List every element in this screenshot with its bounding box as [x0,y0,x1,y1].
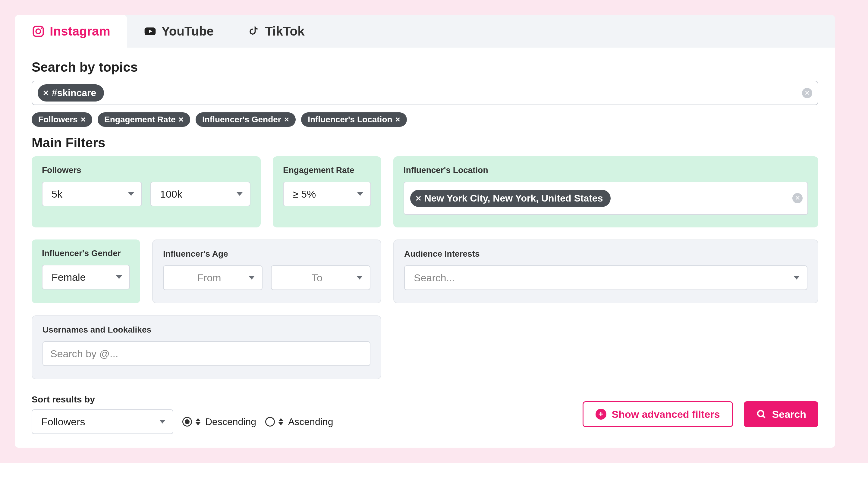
topic-chip[interactable]: × #skincare [38,84,104,101]
remove-filter-icon[interactable]: × [81,115,86,124]
followers-to-select[interactable]: 100k [150,182,250,206]
radio-label: Ascending [288,416,333,427]
sort-field-select[interactable]: Followers [32,410,173,434]
caret-down-icon [116,275,122,279]
input-placeholder: Search by @... [50,348,118,360]
clear-topics-icon[interactable]: ✕ [802,88,812,98]
select-value: Female [52,271,86,283]
chip-label: Influencer's Gender [202,115,281,124]
action-buttons: + Show advanced filters Search [583,401,818,427]
filter-label: Influencer's Gender [42,249,130,258]
tab-youtube[interactable]: YouTube [127,15,230,47]
svg-line-6 [763,416,765,418]
sort-icon [278,418,283,425]
applied-filter-engagement[interactable]: Engagement Rate × [98,112,190,127]
filters-row-3: Usernames and Lookalikes Search by @... [32,315,818,379]
filter-followers: Followers 5k 100k [32,156,261,227]
radio-label: Descending [205,416,256,427]
tab-tiktok[interactable]: TikTok [230,15,321,47]
remove-filter-icon[interactable]: × [396,115,400,124]
applied-filter-location[interactable]: Influencer's Location × [301,112,407,127]
chip-label: Influencer's Location [308,115,392,124]
filter-label: Audience Interests [404,249,807,259]
filter-engagement: Engagement Rate ≥ 5% [273,156,381,227]
filters-row-2: Influencer's Gender Female Influencer's … [32,239,818,303]
content-area: Search by topics × #skincare ✕ Followers… [15,47,835,448]
remove-filter-icon[interactable]: × [179,115,184,124]
caret-down-icon [357,192,363,196]
caret-down-icon [794,276,800,280]
sort-icon [195,418,200,425]
tiktok-icon [247,25,260,38]
sort-ascending-radio[interactable]: Ascending [265,416,333,427]
filter-location: Influencer's Location × New York City, N… [393,156,818,227]
select-placeholder: From [197,272,221,284]
search-button[interactable]: Search [744,401,818,427]
instagram-icon [32,25,45,38]
tab-label: YouTube [161,24,214,38]
location-chip[interactable]: × New York City, New York, United States [410,190,611,207]
main-filters-title: Main Filters [32,135,818,150]
remove-filter-icon[interactable]: × [284,115,289,124]
radio-dot-icon [265,417,275,427]
location-input[interactable]: × New York City, New York, United States… [404,182,808,215]
tab-label: Instagram [50,24,110,38]
caret-down-icon [237,192,243,196]
search-icon [756,409,767,420]
applied-filters: Followers × Engagement Rate × Influencer… [32,112,818,127]
button-label: Search [772,409,806,420]
interests-select[interactable]: Search... [404,265,807,290]
applied-filter-followers[interactable]: Followers × [32,112,92,127]
filter-audience-interests: Audience Interests Search... [393,239,818,303]
tab-instagram[interactable]: Instagram [15,15,127,47]
filter-label: Engagement Rate [283,165,371,175]
svg-point-5 [758,411,764,417]
bottom-bar: Sort results by Followers Descending [32,394,818,434]
select-value: Followers [41,416,85,428]
filters-row-1: Followers 5k 100k Engagement Rate [32,156,818,227]
sort-descending-radio[interactable]: Descending [182,416,256,427]
select-value: ≥ 5% [293,188,316,200]
select-value: 5k [52,188,62,200]
filter-age: Influencer's Age From To [152,239,381,303]
gender-select[interactable]: Female [42,265,130,290]
sort-label: Sort results by [32,394,333,404]
followers-from-select[interactable]: 5k [42,182,142,206]
platform-tabs: Instagram YouTube TikTok [15,15,835,47]
filter-gender: Influencer's Gender Female [32,239,140,303]
clear-location-icon[interactable]: ✕ [792,193,803,203]
filter-label: Followers [42,165,250,175]
filter-lookalikes: Usernames and Lookalikes Search by @... [32,315,381,379]
button-label: Show advanced filters [612,409,720,420]
caret-down-icon [249,276,255,280]
age-from-select[interactable]: From [163,265,262,290]
youtube-icon [144,25,157,38]
lookalikes-input[interactable]: Search by @... [42,341,370,366]
caret-down-icon [159,420,165,424]
select-placeholder: Search... [414,272,455,284]
search-topics-title: Search by topics [32,60,818,75]
location-chip-text: New York City, New York, United States [424,193,603,204]
topic-chip-text: #skincare [52,87,96,98]
applied-filter-gender[interactable]: Influencer's Gender × [195,112,296,127]
select-value: 100k [160,188,182,200]
select-placeholder: To [312,272,322,284]
radio-dot-icon [182,417,192,427]
plus-circle-icon: + [595,409,607,420]
svg-point-2 [41,27,42,29]
sort-block: Sort results by Followers Descending [32,394,333,434]
chip-label: Engagement Rate [104,115,176,124]
topic-search-input[interactable]: × #skincare ✕ [32,81,818,105]
engagement-select[interactable]: ≥ 5% [283,182,371,206]
svg-point-1 [36,29,40,33]
caret-down-icon [128,192,134,196]
filter-label: Influencer's Age [163,249,370,259]
show-advanced-filters-button[interactable]: + Show advanced filters [583,401,733,427]
tab-label: TikTok [265,24,304,38]
remove-location-icon[interactable]: × [415,193,421,204]
filter-label: Influencer's Location [404,165,808,175]
filter-label: Usernames and Lookalikes [42,325,370,335]
caret-down-icon [356,276,363,280]
age-to-select[interactable]: To [271,265,370,290]
remove-topic-icon[interactable]: × [43,87,49,98]
